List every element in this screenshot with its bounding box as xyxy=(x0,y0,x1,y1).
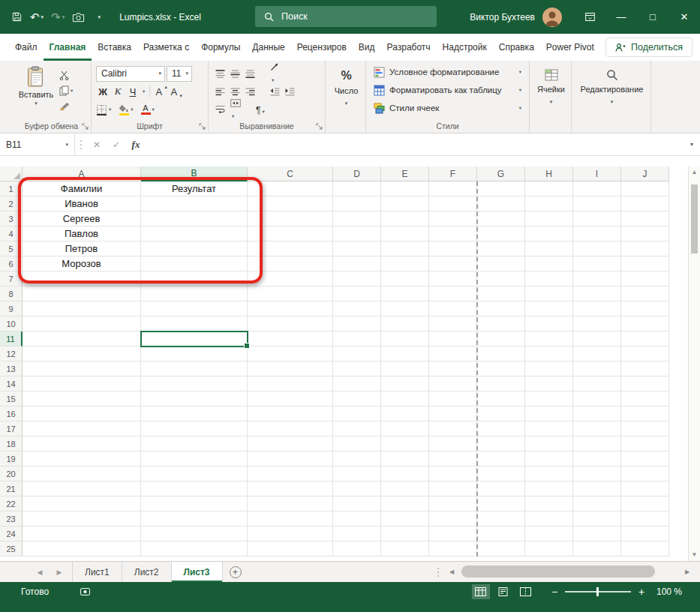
editing-button[interactable]: Редактирование ▾ xyxy=(576,64,647,119)
cell-E20[interactable] xyxy=(381,466,429,482)
ribbon-tab[interactable]: Данные xyxy=(246,34,290,61)
cell-G23[interactable] xyxy=(477,512,525,526)
cell-D9[interactable] xyxy=(333,302,381,316)
row-header-20[interactable]: 20 xyxy=(0,466,23,482)
cell-D23[interactable] xyxy=(333,512,381,526)
cell-C18[interactable] xyxy=(248,436,333,452)
search-box[interactable]: Поиск xyxy=(255,6,437,27)
merge-center-button[interactable]: ▾ xyxy=(230,99,241,121)
cell-G16[interactable] xyxy=(477,406,525,422)
cell-F14[interactable] xyxy=(429,376,477,392)
cell-H7[interactable] xyxy=(525,272,573,286)
column-header-H[interactable]: H xyxy=(525,166,573,182)
zoom-out-button[interactable]: − xyxy=(548,586,560,598)
cell-B12[interactable] xyxy=(141,346,248,362)
cell-I13[interactable] xyxy=(573,362,621,376)
cell-G17[interactable] xyxy=(477,422,525,436)
undo-button[interactable]: ↶▾ xyxy=(27,6,47,28)
cell-J11[interactable] xyxy=(621,332,669,346)
cell-C2[interactable] xyxy=(248,196,333,212)
row-header-25[interactable]: 25 xyxy=(0,542,23,556)
cell-E22[interactable] xyxy=(381,496,429,512)
cell-I2[interactable] xyxy=(573,196,621,212)
cell-D20[interactable] xyxy=(333,466,381,482)
conditional-formatting-button[interactable]: Условное форматирование ▾ xyxy=(371,63,526,81)
cell-A20[interactable] xyxy=(23,466,141,482)
cell-G22[interactable] xyxy=(477,496,525,512)
row-header-23[interactable]: 23 xyxy=(0,512,23,526)
ribbon-tab[interactable]: Вставка xyxy=(92,34,137,61)
cell-B24[interactable] xyxy=(141,526,248,542)
cell-G15[interactable] xyxy=(477,392,525,406)
column-header-B[interactable]: B xyxy=(141,166,248,182)
scroll-down-icon[interactable]: ▼ xyxy=(692,552,698,558)
cell-G12[interactable] xyxy=(477,346,525,362)
tab-scroll-splitter[interactable] xyxy=(431,562,445,582)
cell-J25[interactable] xyxy=(621,542,669,556)
cell-F7[interactable] xyxy=(429,272,477,286)
row-header-18[interactable]: 18 xyxy=(0,436,23,452)
cell-C22[interactable] xyxy=(248,496,333,512)
cell-D21[interactable] xyxy=(333,482,381,496)
cell-H5[interactable] xyxy=(525,242,573,256)
cell-E9[interactable] xyxy=(381,302,429,316)
scroll-up-icon[interactable]: ▲ xyxy=(692,170,698,176)
number-format-button[interactable]: % Число ▾ xyxy=(330,64,362,119)
view-normal-button[interactable] xyxy=(472,584,490,599)
cell-A19[interactable] xyxy=(23,452,141,466)
dialog-launcher-icon[interactable] xyxy=(316,123,323,130)
cell-I23[interactable] xyxy=(573,512,621,526)
cell-H4[interactable] xyxy=(525,226,573,242)
cell-F3[interactable] xyxy=(429,212,477,226)
row-header-17[interactable]: 17 xyxy=(0,422,23,436)
cell-F17[interactable] xyxy=(429,422,477,436)
cell-I19[interactable] xyxy=(573,452,621,466)
cell-D12[interactable] xyxy=(333,346,381,362)
new-sheet-button[interactable]: + xyxy=(223,562,248,582)
cell-G21[interactable] xyxy=(477,482,525,496)
bold-button[interactable]: Ж xyxy=(96,84,110,99)
scroll-left-icon[interactable]: ◀ xyxy=(445,569,458,575)
cell-H13[interactable] xyxy=(525,362,573,376)
cell-B10[interactable] xyxy=(141,316,248,332)
cell-B9[interactable] xyxy=(141,302,248,316)
cell-I7[interactable] xyxy=(573,272,621,286)
cell-G7[interactable] xyxy=(477,272,525,286)
cell-F19[interactable] xyxy=(429,452,477,466)
cell-I14[interactable] xyxy=(573,376,621,392)
ribbon-tab[interactable]: Главная xyxy=(44,34,92,61)
cell-D14[interactable] xyxy=(333,376,381,392)
cell-D3[interactable] xyxy=(333,212,381,226)
cell-G9[interactable] xyxy=(477,302,525,316)
orientation-button[interactable]: ▾ xyxy=(270,62,279,85)
cell-I20[interactable] xyxy=(573,466,621,482)
cell-J8[interactable] xyxy=(621,286,669,302)
horizontal-scrollbar-track[interactable] xyxy=(458,562,680,582)
cell-C8[interactable] xyxy=(248,286,333,302)
sheet-tab[interactable]: Лист1 xyxy=(72,562,122,582)
cell-F10[interactable] xyxy=(429,316,477,332)
cell-I25[interactable] xyxy=(573,542,621,556)
cell-H24[interactable] xyxy=(525,526,573,542)
cell-F15[interactable] xyxy=(429,392,477,406)
text-direction-button[interactable]: ¶▾ xyxy=(256,103,265,116)
cell-E17[interactable] xyxy=(381,422,429,436)
cell-A5[interactable]: Петров xyxy=(23,242,141,256)
cell-D11[interactable] xyxy=(333,332,381,346)
dialog-launcher-icon[interactable] xyxy=(199,123,206,130)
align-middle-button[interactable] xyxy=(230,70,240,78)
cell-G1[interactable] xyxy=(477,182,525,196)
cell-G18[interactable] xyxy=(477,436,525,452)
zoom-level[interactable]: 100 % xyxy=(656,586,682,597)
sheet-tab[interactable]: Лист2 xyxy=(122,562,172,582)
cell-F20[interactable] xyxy=(429,466,477,482)
ribbon-tab[interactable]: Вид xyxy=(353,34,381,61)
cell-B11[interactable] xyxy=(141,332,248,346)
cell-J15[interactable] xyxy=(621,392,669,406)
cell-I24[interactable] xyxy=(573,526,621,542)
increase-indent-button[interactable] xyxy=(285,88,295,96)
cell-G8[interactable] xyxy=(477,286,525,302)
cell-J10[interactable] xyxy=(621,316,669,332)
cell-D22[interactable] xyxy=(333,496,381,512)
cell-G25[interactable] xyxy=(477,542,525,556)
